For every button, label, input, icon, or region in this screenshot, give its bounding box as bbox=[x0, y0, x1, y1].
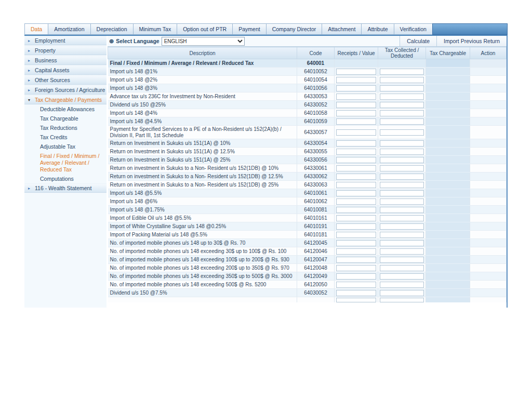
receipts-value-input[interactable] bbox=[336, 77, 376, 83]
tax-collected-input[interactable] bbox=[380, 165, 424, 171]
tax-collected-input[interactable] bbox=[380, 174, 424, 180]
receipts-value-input[interactable] bbox=[336, 182, 376, 188]
sidebar-item-116-wealth-statement[interactable]: ▸ 116 - Wealth Statement bbox=[24, 183, 107, 193]
receipts-value-input[interactable] bbox=[336, 174, 376, 180]
tax-collected-input[interactable] bbox=[380, 265, 424, 271]
row-description: Import u/s 148 @1.75% bbox=[108, 206, 297, 214]
sidebar-item-property[interactable]: ▸ Property bbox=[24, 46, 107, 55]
receipts-value-input[interactable] bbox=[336, 240, 376, 246]
receipts-value-input[interactable] bbox=[336, 157, 376, 163]
receipts-value-input[interactable] bbox=[336, 298, 376, 302]
receipts-value-input[interactable] bbox=[336, 198, 376, 205]
calculate-button[interactable]: Calculate bbox=[400, 36, 436, 46]
sidebar-item-label: Adjustable Tax bbox=[40, 143, 75, 150]
row-code: 64330056 bbox=[297, 156, 335, 164]
receipts-value-input[interactable] bbox=[336, 165, 376, 171]
tab-company-director[interactable]: Company Director bbox=[266, 23, 322, 35]
tax-collected-input[interactable] bbox=[380, 223, 424, 230]
tab-minimum-tax[interactable]: Minimum Tax bbox=[133, 23, 177, 35]
tax-collected-input[interactable] bbox=[380, 77, 424, 83]
receipts-value-input[interactable] bbox=[336, 94, 376, 100]
tax-collected-input[interactable] bbox=[380, 257, 424, 263]
tax-collected-input[interactable] bbox=[380, 102, 424, 108]
tab-depreciation[interactable]: Depreciation bbox=[90, 23, 133, 35]
sidebar-item-tax-chargeable[interactable]: Tax Chargeable bbox=[24, 114, 107, 124]
receipts-value-input[interactable] bbox=[336, 85, 376, 91]
sidebar-item-deductible-allowances[interactable]: Deductible Allowances bbox=[24, 105, 107, 114]
receipts-value-input[interactable] bbox=[336, 118, 376, 125]
receipts-value-input[interactable] bbox=[336, 265, 376, 271]
tax-collected-input[interactable] bbox=[380, 94, 424, 100]
tax-collected-input[interactable] bbox=[380, 298, 424, 302]
receipts-value-input[interactable] bbox=[336, 232, 376, 238]
receipts-value-cell bbox=[335, 189, 378, 197]
tab-verification[interactable]: Verification bbox=[394, 23, 432, 35]
tax-collected-input[interactable] bbox=[380, 110, 424, 116]
tax-collected-input[interactable] bbox=[380, 215, 424, 221]
sidebar-item-tax-chargeable-payments[interactable]: ▾ Tax Chargeable / Payments bbox=[24, 95, 107, 104]
tax-collected-input[interactable] bbox=[380, 157, 424, 163]
receipts-value-input[interactable] bbox=[336, 129, 376, 136]
receipts-value-cell bbox=[335, 59, 378, 68]
tax-collected-input[interactable] bbox=[380, 273, 424, 280]
table-row: Import of Packing Material u/s 148 @5.5%… bbox=[108, 231, 507, 239]
tab-option-out-of-ptr[interactable]: Option out of PTR bbox=[177, 23, 232, 35]
sidebar-item-tax-credits[interactable]: Tax Credits bbox=[24, 133, 107, 142]
receipts-value-cell bbox=[335, 76, 378, 84]
tax-collected-input[interactable] bbox=[380, 129, 424, 136]
receipts-value-input[interactable] bbox=[336, 69, 376, 75]
row-description: No. of imported mobile phones u/s 148 up… bbox=[108, 239, 297, 247]
receipts-value-input[interactable] bbox=[336, 207, 376, 213]
receipts-value-input[interactable] bbox=[336, 102, 376, 108]
tax-collected-input[interactable] bbox=[380, 118, 424, 125]
receipts-value-input[interactable] bbox=[336, 257, 376, 263]
receipts-value-input[interactable] bbox=[336, 190, 376, 196]
tax-chargeable-cell bbox=[426, 289, 470, 297]
sidebar-item-business[interactable]: ▸ Business bbox=[24, 56, 107, 65]
import-previous-return-button[interactable]: Import Previous Return bbox=[436, 36, 507, 46]
tax-collected-input[interactable] bbox=[380, 282, 424, 288]
sidebar-item-other-sources[interactable]: ▸ Other Sources bbox=[24, 75, 107, 85]
tax-collected-input[interactable] bbox=[380, 149, 424, 155]
tax-collected-input[interactable] bbox=[380, 207, 424, 213]
receipts-value-input[interactable] bbox=[336, 223, 376, 230]
receipts-value-input[interactable] bbox=[336, 140, 376, 147]
sidebar-item-final-fixed-minimum-average-relevant-reduced-tax[interactable]: Final / Fixed / Minimum / Average / Rele… bbox=[24, 152, 107, 174]
tax-collected-input[interactable] bbox=[380, 182, 424, 188]
sidebar-item-employment[interactable]: ▸ Employment bbox=[24, 36, 107, 45]
row-code: 64120048 bbox=[297, 264, 335, 272]
tab-data[interactable]: Data bbox=[24, 23, 48, 35]
tab-amortization[interactable]: Amortization bbox=[48, 23, 90, 35]
sidebar-item-adjustable-tax[interactable]: Adjustable Tax bbox=[24, 142, 107, 152]
tax-chargeable-cell bbox=[426, 264, 470, 272]
receipts-value-input[interactable] bbox=[336, 149, 376, 155]
tab-payment[interactable]: Payment bbox=[232, 23, 265, 35]
receipts-value-input[interactable] bbox=[336, 282, 376, 288]
tax-collected-input[interactable] bbox=[380, 232, 424, 238]
receipts-value-cell bbox=[335, 297, 378, 303]
tax-collected-input[interactable] bbox=[380, 248, 424, 255]
row-code: 64120045 bbox=[297, 239, 335, 247]
sidebar-item-capital-assets[interactable]: ▸ Capital Assets bbox=[24, 65, 107, 75]
tab-attachment[interactable]: Attachment bbox=[322, 23, 361, 35]
action-cell bbox=[470, 231, 507, 239]
tax-collected-input[interactable] bbox=[380, 85, 424, 91]
sidebar-item-tax-reductions[interactable]: Tax Reductions bbox=[24, 124, 107, 133]
tab-attribute[interactable]: Attribute bbox=[361, 23, 393, 35]
receipts-value-cell bbox=[335, 281, 378, 289]
sidebar-item-computations[interactable]: Computations bbox=[24, 174, 107, 183]
tax-collected-input[interactable] bbox=[380, 290, 424, 296]
receipts-value-input[interactable] bbox=[336, 248, 376, 255]
receipts-value-input[interactable] bbox=[336, 273, 376, 280]
tax-collected-input[interactable] bbox=[380, 69, 424, 75]
receipts-value-input[interactable] bbox=[336, 290, 376, 296]
tax-collected-input[interactable] bbox=[380, 198, 424, 205]
tax-collected-input[interactable] bbox=[380, 190, 424, 196]
tax-chargeable-cell bbox=[426, 197, 470, 206]
language-select[interactable]: ENGLISH bbox=[162, 37, 245, 46]
receipts-value-input[interactable] bbox=[336, 110, 376, 116]
tax-collected-input[interactable] bbox=[380, 240, 424, 246]
receipts-value-input[interactable] bbox=[336, 215, 376, 221]
sidebar-item-foreign-sources-agriculture[interactable]: ▸ Foreign Sources / Agriculture bbox=[24, 85, 107, 95]
tax-collected-input[interactable] bbox=[380, 140, 424, 147]
